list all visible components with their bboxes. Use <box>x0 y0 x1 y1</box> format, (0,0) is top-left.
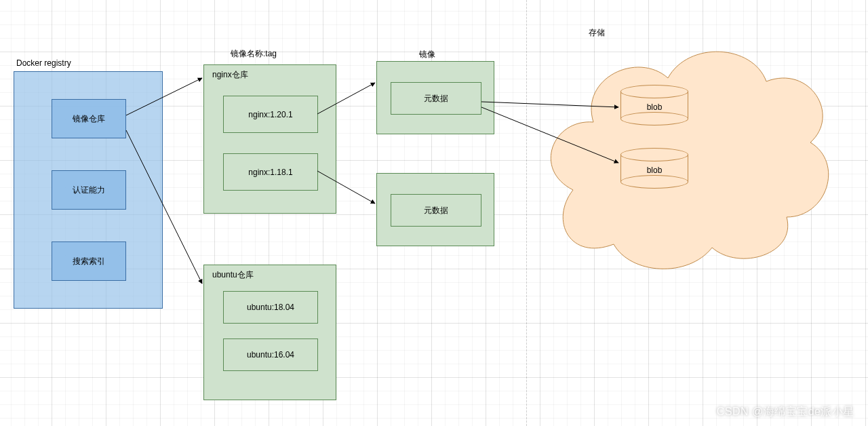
registry-item-search[interactable]: 搜索索引 <box>52 241 126 281</box>
tag-ubuntu-18-04[interactable]: ubuntu:18.04 <box>223 291 318 324</box>
tag-nginx-1-20-1[interactable]: nginx:1.20.1 <box>223 96 318 133</box>
blob-1-label: blob <box>620 102 688 112</box>
repo-nginx-title: nginx仓库 <box>212 69 248 81</box>
metadata-box-2[interactable]: 元数据 <box>376 173 494 246</box>
repo-ubuntu[interactable]: ubuntu仓库 ubuntu:18.04 ubuntu:16.04 <box>203 265 336 400</box>
watermark: CSDN @海绵宝宝de派小星 <box>717 405 854 419</box>
metadata-inner-1[interactable]: 元数据 <box>391 82 481 115</box>
blob-1[interactable]: blob <box>620 85 688 125</box>
header-registry: Docker registry <box>16 58 71 68</box>
header-image-name-tag: 镜像名称:tag <box>231 48 277 60</box>
cloud-storage[interactable] <box>542 37 834 278</box>
diagram-canvas: Docker registry 镜像名称:tag 镜像 存储 镜像仓库 认证能力… <box>0 0 868 426</box>
registry-item-auth[interactable]: 认证能力 <box>52 170 126 210</box>
blob-2-label: blob <box>620 166 688 175</box>
repo-ubuntu-title: ubuntu仓库 <box>212 269 254 281</box>
repo-nginx[interactable]: nginx仓库 nginx:1.20.1 nginx:1.18.1 <box>203 64 336 214</box>
tag-nginx-1-18-1[interactable]: nginx:1.18.1 <box>223 153 318 191</box>
registry-item-image-repo[interactable]: 镜像仓库 <box>52 99 126 138</box>
header-image: 镜像 <box>419 49 435 60</box>
metadata-inner-2[interactable]: 元数据 <box>391 194 481 227</box>
registry-container[interactable]: 镜像仓库 认证能力 搜索索引 <box>14 71 163 309</box>
tag-ubuntu-16-04[interactable]: ubuntu:16.04 <box>223 338 318 371</box>
metadata-box-1[interactable]: 元数据 <box>376 61 494 134</box>
vertical-guide <box>526 0 527 426</box>
blob-2[interactable]: blob <box>620 148 688 189</box>
